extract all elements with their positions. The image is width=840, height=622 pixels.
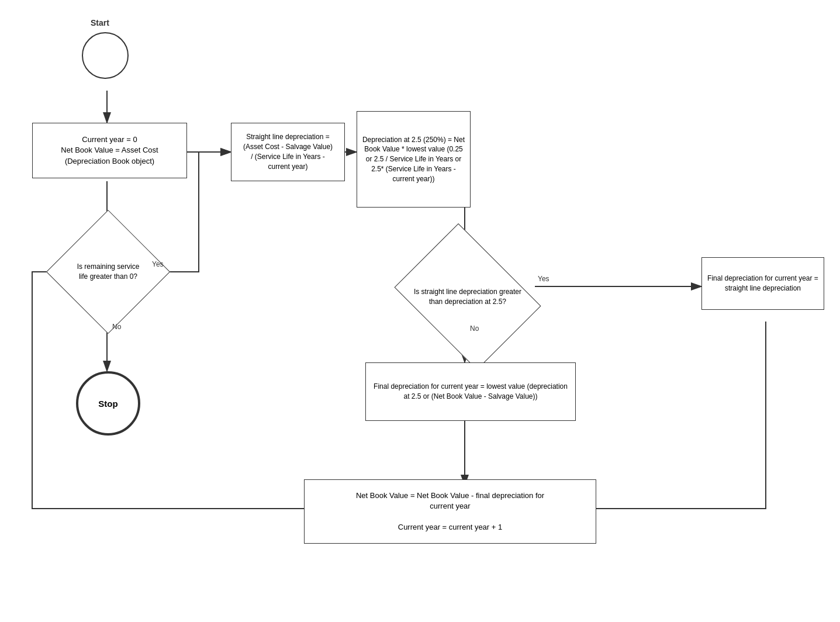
init-box: Current year = 0 Net Book Value = Asset … [32,123,187,178]
final-dep-lowest-box: Final depreciation for current year = lo… [365,362,576,421]
stop-circle: Stop [76,371,140,436]
no-label-2: No [470,324,479,333]
start-label: Start [91,18,109,29]
update-nbv-box: Net Book Value = Net Book Value - final … [304,479,596,544]
straight-line-box: Straight line depreciation = (Asset Cost… [231,123,345,181]
compare-diamond-label: Is straight line depreciation greater th… [397,251,538,342]
diagram: Start Current year = 0 Net Book Value = … [0,0,840,622]
final-dep-straight-box: Final depreciation for current year = st… [701,257,824,310]
no-label-1: No [112,323,121,331]
loop-diamond-label: Is remaining service life greater than 0… [64,228,152,316]
compare-diamond-container: Is straight line depreciation greater th… [397,251,538,342]
depreciation-25-box: Depreciation at 2.5 (250%) = Net Book Va… [357,111,471,208]
yes-label-1: Yes [152,260,164,268]
loop-diamond-container: Is remaining service life greater than 0… [64,228,152,316]
yes-label-2: Yes [538,275,549,283]
start-circle [82,32,129,79]
